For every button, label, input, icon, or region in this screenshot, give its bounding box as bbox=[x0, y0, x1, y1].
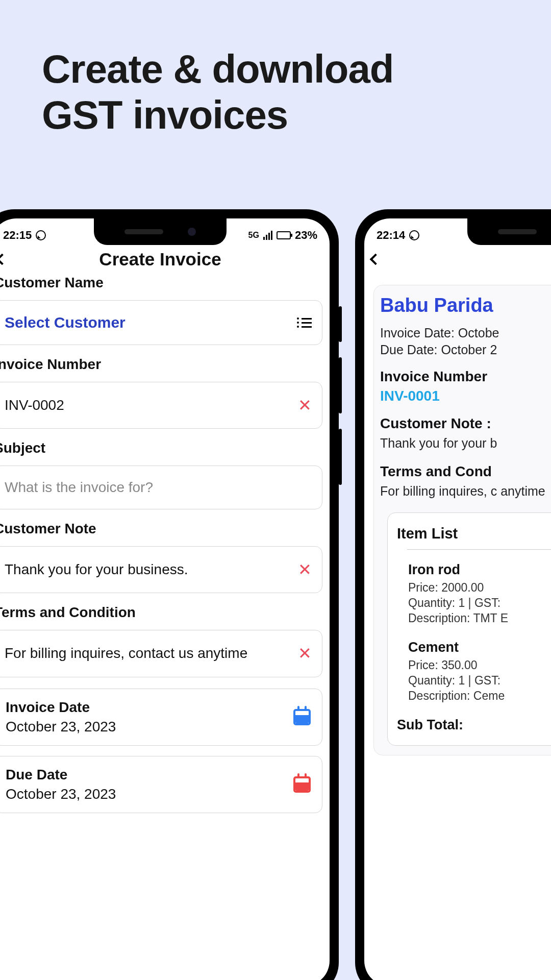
status-time: 22:15 bbox=[3, 229, 32, 242]
screen-header: Invoice D bbox=[364, 246, 551, 275]
subject-field[interactable]: What is the invoice for? bbox=[0, 465, 322, 509]
item-price: Price: 350.00 bbox=[408, 657, 551, 673]
terms-value: For billing inquires, contact us anytime bbox=[5, 644, 298, 664]
screen-header: Create Invoice bbox=[0, 246, 330, 275]
terms-field[interactable]: For billing inquires, contact us anytime… bbox=[0, 630, 322, 677]
item-name: Cement bbox=[408, 640, 551, 655]
calendar-icon[interactable] bbox=[293, 776, 311, 793]
phone-right-screen: 22:14 Invoice D Babu Parida Invoice Date… bbox=[364, 218, 551, 980]
hero-line1: Create & download bbox=[42, 46, 393, 91]
item-price: Price: 2000.00 bbox=[408, 580, 551, 595]
due-date-field[interactable]: Due Date October 23, 2023 bbox=[0, 756, 322, 813]
invoice-number-field[interactable]: INV-0002 ✕ bbox=[0, 382, 322, 429]
item-list-title: Item List bbox=[397, 525, 551, 542]
invoice-date-value: October 23, 2023 bbox=[6, 719, 116, 735]
battery-icon bbox=[277, 231, 291, 239]
terms-label: Terms and Cond bbox=[380, 463, 551, 480]
item-name: Iron rod bbox=[408, 562, 551, 578]
clear-icon[interactable]: ✕ bbox=[298, 644, 312, 663]
due-date-line: Due Date: October 2 bbox=[380, 342, 551, 357]
terms-text: For billing inquires, c anytime bbox=[380, 483, 551, 500]
calendar-icon[interactable] bbox=[293, 709, 311, 725]
invoice-number-label: Invoice Number bbox=[0, 356, 327, 373]
customer-note-label: Customer Note : bbox=[380, 415, 551, 432]
notch-speaker bbox=[498, 229, 537, 234]
invoice-number-value: INV-0001 bbox=[380, 388, 551, 404]
invoice-number-value: INV-0002 bbox=[5, 397, 64, 413]
customer-note-field[interactable]: Thank you for your business. ✕ bbox=[0, 546, 322, 593]
clear-icon[interactable]: ✕ bbox=[298, 560, 312, 579]
customer-name-label: Customer Name bbox=[0, 275, 327, 291]
invoice-date-field[interactable]: Invoice Date October 23, 2023 bbox=[0, 689, 322, 746]
due-date-value: October 23, 2023 bbox=[6, 786, 116, 802]
item-list-card: Item List Iron rod Price: 2000.00 Quanti… bbox=[387, 512, 551, 746]
notch bbox=[467, 218, 551, 245]
invoice-number-label: Invoice Number bbox=[380, 369, 551, 385]
phone-right-frame: 22:14 Invoice D Babu Parida Invoice Date… bbox=[355, 209, 551, 980]
notch-speaker bbox=[124, 229, 163, 234]
subtotal-label: Sub Total: bbox=[397, 717, 551, 733]
item-qty-gst: Quantity: 1 | GST: bbox=[408, 595, 551, 610]
invoice-date-label: Invoice Date bbox=[6, 699, 116, 716]
phone-side-button bbox=[339, 357, 342, 413]
hero-title: Create & download GST invoices bbox=[42, 46, 393, 138]
invoice-date-line: Invoice Date: Octobe bbox=[380, 326, 551, 340]
status-time: 22:14 bbox=[377, 229, 405, 242]
phone-side-button bbox=[339, 429, 342, 485]
invoice-detail-card: Babu Parida Invoice Date: Octobe Due Dat… bbox=[373, 285, 551, 755]
notch bbox=[94, 218, 227, 245]
screen-title: Create Invoice bbox=[99, 249, 221, 270]
item-qty-gst: Quantity: 1 | GST: bbox=[408, 673, 551, 688]
select-customer-field[interactable]: Select Customer bbox=[0, 300, 322, 345]
list-icon[interactable] bbox=[297, 317, 312, 328]
customer-note-value: Thank you for your business. bbox=[5, 561, 188, 578]
phone-left-frame: 22:15 5G 23% Create Invoice Customer Nam… bbox=[0, 209, 339, 980]
list-item: Iron rod Price: 2000.00 Quantity: 1 | GS… bbox=[408, 562, 551, 626]
customer-note-text: Thank you for your b bbox=[380, 435, 551, 452]
due-date-label: Due Date bbox=[6, 767, 116, 783]
subject-label: Subject bbox=[0, 440, 327, 456]
customer-name: Babu Parida bbox=[380, 295, 551, 316]
notch-camera bbox=[188, 228, 196, 236]
signal-icon bbox=[263, 231, 272, 240]
clear-icon[interactable]: ✕ bbox=[298, 396, 312, 415]
phone-left-screen: 22:15 5G 23% Create Invoice Customer Nam… bbox=[0, 218, 330, 980]
create-invoice-form: Customer Name Select Customer Invoice Nu… bbox=[0, 275, 330, 813]
list-item: Cement Price: 350.00 Quantity: 1 | GST: … bbox=[408, 640, 551, 704]
divider bbox=[407, 549, 551, 550]
back-icon[interactable] bbox=[370, 254, 382, 265]
select-customer-text: Select Customer bbox=[5, 314, 126, 331]
whatsapp-icon bbox=[409, 230, 419, 240]
battery-percent: 23% bbox=[295, 229, 317, 242]
phone-side-button bbox=[339, 306, 342, 342]
customer-note-label: Customer Note bbox=[0, 521, 327, 537]
item-desc: Description: Ceme bbox=[408, 688, 551, 703]
back-icon[interactable] bbox=[0, 254, 8, 265]
whatsapp-icon bbox=[36, 230, 46, 240]
network-label: 5G bbox=[248, 231, 259, 240]
subject-placeholder: What is the invoice for? bbox=[5, 479, 153, 496]
item-desc: Description: TMT E bbox=[408, 610, 551, 626]
hero-line2: GST invoices bbox=[42, 92, 288, 137]
terms-label: Terms and Condition bbox=[0, 604, 327, 621]
